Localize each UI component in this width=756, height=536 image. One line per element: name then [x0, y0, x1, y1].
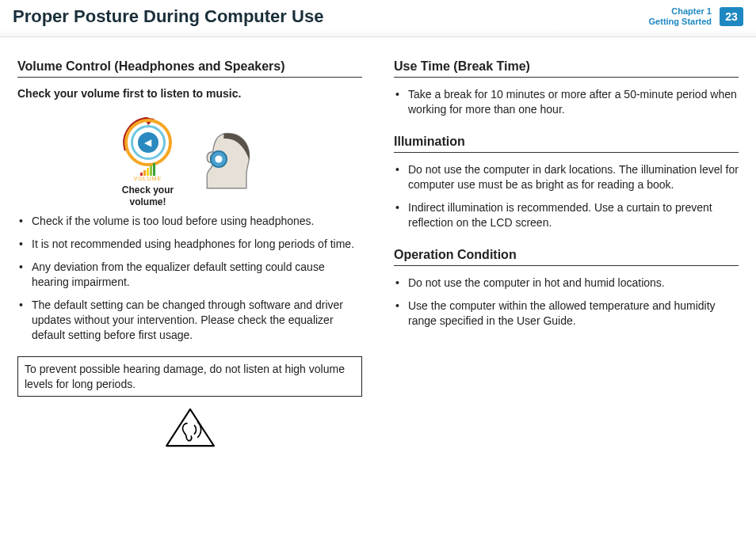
chapter-label: Chapter 1 Getting Started	[649, 6, 712, 27]
figure-caption: Check your volume!	[116, 184, 180, 207]
chapter-line2: Getting Started	[649, 17, 712, 27]
right-column: Use Time (Break Time) Take a break for 1…	[394, 56, 739, 450]
hearing-warning-icon	[17, 405, 362, 450]
operation-bullet-list: Do not use the computer in hot and humid…	[394, 276, 739, 329]
page-header: Proper Posture During Computer Use Chapt…	[0, 0, 756, 37]
section-heading-volume: Volume Control (Headphones and Speakers)	[17, 59, 362, 78]
list-item: Use the computer within the allowed temp…	[394, 298, 739, 329]
volume-figure: ◀ VOLUME Check your volume!	[17, 111, 362, 207]
speaker-icon: ◀	[138, 132, 158, 153]
list-item: Indirect illumination is recommended. Us…	[394, 200, 739, 230]
list-item: The default setting can be changed throu…	[17, 298, 362, 343]
list-item: Do not use the computer in dark location…	[394, 162, 739, 192]
page-content: Volume Control (Headphones and Speakers)…	[0, 37, 756, 469]
section-heading-usetime: Use Time (Break Time)	[394, 59, 739, 78]
volume-bullet-list: Check if the volume is too loud before u…	[17, 214, 362, 342]
page-title: Proper Posture During Computer Use	[13, 6, 649, 27]
person-headphone-icon	[191, 123, 264, 196]
volume-bars-icon	[140, 163, 155, 176]
svg-point-2	[215, 156, 222, 163]
list-item: Take a break for 10 minutes or more afte…	[394, 87, 739, 117]
section-subtitle-volume: Check your volume first to listen to mus…	[17, 87, 362, 100]
hearing-warning-box: To prevent possible hearing damage, do n…	[17, 356, 362, 396]
volume-label: VOLUME	[116, 176, 180, 181]
list-item: It is not recommended using headphones f…	[17, 237, 362, 252]
list-item: Check if the volume is too loud before u…	[17, 214, 362, 229]
left-column: Volume Control (Headphones and Speakers)…	[17, 56, 362, 450]
page-number-badge: 23	[720, 7, 743, 26]
volume-dial-graphic: ◀ VOLUME Check your volume!	[116, 111, 180, 207]
list-item: Do not use the computer in hot and humid…	[394, 276, 739, 291]
section-heading-illumination: Illumination	[394, 135, 739, 153]
section-heading-operation: Operation Condition	[394, 248, 739, 266]
list-item: Any deviation from the equalizer default…	[17, 260, 362, 290]
usetime-bullet-list: Take a break for 10 minutes or more afte…	[394, 87, 739, 117]
illumination-bullet-list: Do not use the computer in dark location…	[394, 162, 739, 230]
chapter-line1: Chapter 1	[649, 6, 712, 17]
